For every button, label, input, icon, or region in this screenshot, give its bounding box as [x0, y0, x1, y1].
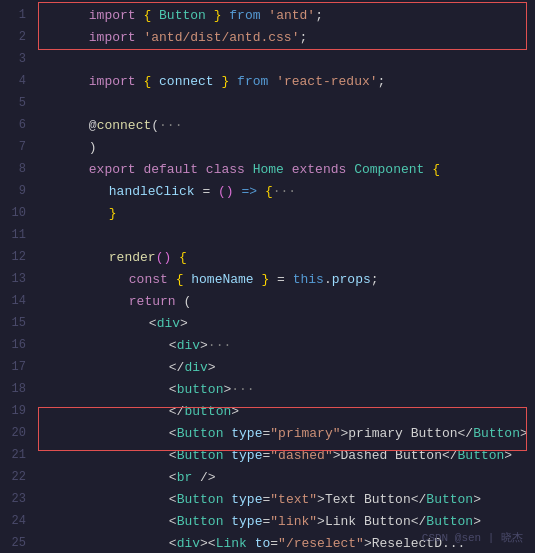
line-10: 10 } [0, 202, 535, 224]
watermark: CSDN @sen | 晓杰 [422, 530, 523, 545]
code-editor: 1 import { Button } from 'antd'; 2 impor… [0, 0, 535, 553]
line-4: 4 import { connect } from 'react-redux'; [0, 70, 535, 92]
line-2: 2 import 'antd/dist/antd.css'; [0, 26, 535, 48]
